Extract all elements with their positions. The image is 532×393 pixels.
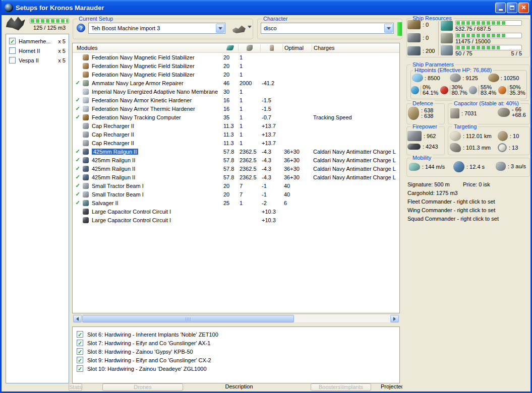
- implant-checkbox[interactable]: ✓: [77, 357, 83, 363]
- defence-values: : 638 : 638: [408, 107, 433, 120]
- eft-window: Setups for Kronos Marauder ✕ 125 / 125 m…: [0, 0, 532, 393]
- targeting-range: : 112.01 km: [463, 133, 492, 139]
- module-name: Federation Navy Armor Kinetic Hardener: [92, 97, 222, 103]
- title-bar[interactable]: Setups for Kronos Marauder ✕: [0, 0, 532, 15]
- implant-row[interactable]: ✓ Slot 9: Hardwiring - Eifyr and Co 'Gun…: [73, 356, 399, 364]
- implant-label: Slot 6: Hardwiring - Inherent Implants '…: [87, 332, 218, 338]
- module-row[interactable]: ✓ 425mm Railgun II 57.8 2362.5 -4.3 36+3…: [73, 147, 399, 156]
- powergrid-column-header[interactable]: [239, 44, 261, 51]
- module-row[interactable]: ✓ Federation Navy Tracking Computer 35 1…: [73, 113, 399, 121]
- mobility-label: Mobility: [411, 155, 433, 161]
- modules-horizontal-scrollbar[interactable]: [73, 314, 399, 323]
- hardpoint-value: : 0: [423, 22, 429, 28]
- hardpoint-value: : 0: [423, 35, 429, 41]
- module-cap-use: -4.3: [261, 149, 283, 155]
- import-ship-dropdown-icon[interactable]: [248, 28, 252, 34]
- charges-column-header[interactable]: Charges: [312, 44, 399, 51]
- resource-bar: [455, 33, 522, 38]
- scroll-left-button[interactable]: [73, 315, 82, 322]
- character-combobox-dropdown[interactable]: [384, 24, 393, 33]
- module-name: Federation Navy Magnetic Field Stabilize…: [92, 54, 222, 60]
- module-row[interactable]: ✓ Federation Navy Magnetic Field Stabili…: [73, 70, 399, 79]
- bottom-tab-button[interactable]: Boosters\Implants: [311, 383, 371, 391]
- module-row[interactable]: ✓ Large Capacitor Control Circuit I +10.…: [73, 207, 399, 216]
- module-charges: Caldari Navy Antimatter Charge L: [312, 174, 399, 180]
- module-row[interactable]: ✓ Cap Recharger II 11.3 1 +13.7: [73, 139, 399, 147]
- drone-list-item[interactable]: ✓ Hammerhe... x 5: [6, 36, 69, 46]
- module-row[interactable]: ✓ Salvager II 25 1 -2 6: [73, 199, 399, 207]
- setup-combobox-dropdown[interactable]: [216, 24, 224, 33]
- module-name: 425mm Railgun II: [92, 166, 222, 172]
- implant-checkbox[interactable]: ✓: [77, 331, 83, 338]
- align-time: : 12.4 s: [466, 164, 485, 170]
- drone-list[interactable]: ✓ Hammerhe... x 5 ✓ Hornet II x 5 ✓ Vesp…: [6, 34, 69, 383]
- implant-row[interactable]: ✓ Slot 7: Hardwiring - Eifyr and Co 'Gun…: [73, 339, 399, 347]
- fleet-commander-text[interactable]: Fleet Commander - right click to set: [407, 198, 531, 206]
- modules-column-header[interactable]: Modules: [73, 44, 222, 51]
- wing-commander-text[interactable]: Wing Commander - right click to set: [407, 206, 531, 215]
- resistance-cell: 30% 80.7%: [440, 85, 469, 96]
- module-row[interactable]: ✓ 425mm Railgun II 57.8 2362.5 -4.3 36+3…: [73, 173, 399, 181]
- module-icon: [83, 132, 89, 138]
- current-setup-label: Current Setup: [77, 16, 114, 22]
- drone-checkbox[interactable]: ✓: [9, 38, 16, 44]
- minimize-button[interactable]: [495, 3, 506, 13]
- help-icon[interactable]: ?: [77, 24, 85, 32]
- setup-combobox[interactable]: Teh Boost Machine import 3: [88, 23, 225, 34]
- implant-checkbox[interactable]: ✓: [77, 340, 83, 346]
- implant-checkbox[interactable]: ✓: [77, 348, 83, 355]
- modules-table-header[interactable]: Modules Optimal Charges: [73, 43, 399, 53]
- armor-resist-value: 80.7%: [452, 90, 467, 96]
- module-row[interactable]: ✓ Federation Navy Armor Thermic Hardener…: [73, 104, 399, 113]
- bottom-tab-bar: DronesDescriptionBoosters\ImplantsProjec…: [69, 383, 402, 391]
- drone-list-item[interactable]: ✓ Hornet II x 5: [6, 46, 69, 55]
- module-cap-use: -4.3: [261, 166, 283, 172]
- hitpoint-pool: : 10250: [488, 74, 526, 82]
- module-cap-use: -1: [261, 191, 283, 198]
- module-name: Salvager II: [92, 200, 222, 206]
- cpu-icon: [226, 45, 234, 50]
- capacitor-column-header[interactable]: [261, 44, 283, 51]
- module-row[interactable]: ✓ Federation Navy Magnetic Field Stabili…: [73, 61, 399, 70]
- implant-row[interactable]: ✓ Slot 8: Hardwiring - Zainou 'Gypsy' KP…: [73, 347, 399, 356]
- module-cap-use: -1.5: [261, 97, 283, 103]
- capacitor-delta-row: - 66 +68.6: [498, 107, 526, 118]
- module-row[interactable]: ✓ Small Tractor Beam I 20 7 -1 40: [73, 190, 399, 199]
- bottom-tab-button[interactable]: Description: [191, 383, 287, 391]
- module-row[interactable]: ✓ Ammatar Navy Large Armor Repairer 46 2…: [73, 79, 399, 87]
- module-row[interactable]: ✓ Large Capacitor Control Circuit I +10.…: [73, 216, 399, 224]
- module-row[interactable]: ✓ Small Tractor Beam I 20 7 -1 40: [73, 181, 399, 190]
- module-cpu: 16: [222, 106, 239, 112]
- module-row[interactable]: ✓ 425mm Railgun II 57.8 2362.5 -4.3 36+3…: [73, 164, 399, 173]
- optimal-column-header[interactable]: Optimal: [283, 44, 312, 51]
- bottom-tab-button[interactable]: Drones: [102, 383, 183, 391]
- bottom-tab-button[interactable]: Projected effects: [381, 383, 402, 391]
- squad-commander-text[interactable]: Squad Commander - right click to set: [407, 215, 531, 223]
- implant-row[interactable]: ✓ Slot 6: Hardwiring - Inherent Implants…: [73, 330, 399, 339]
- implant-row[interactable]: ✓ Slot 10: Hardwiring - Zainou 'Deadeye'…: [73, 364, 399, 373]
- module-icon: [83, 174, 89, 180]
- module-row[interactable]: ✓ Cap Recharger II 11.3 1 +13.7: [73, 130, 399, 139]
- drone-list-item[interactable]: ✓ Vespa II x 5: [6, 55, 69, 65]
- module-cpu: 57.8: [222, 149, 239, 155]
- scroll-right-button[interactable]: [390, 315, 399, 322]
- module-active-check-icon: ✓: [73, 182, 83, 189]
- module-row[interactable]: ✓ Federation Navy Magnetic Field Stabili…: [73, 53, 399, 61]
- bottom-tab-button[interactable]: Stats: [69, 383, 82, 391]
- firepower-volley-row: : 4243: [407, 144, 438, 150]
- targeting-range-icon: [450, 131, 461, 141]
- close-button[interactable]: ✕: [518, 3, 529, 13]
- module-row[interactable]: ✓ Cap Recharger II 11.3 1 +13.7: [73, 121, 399, 130]
- module-active-check-icon: ✓: [73, 140, 83, 146]
- drone-checkbox[interactable]: ✓: [9, 57, 16, 63]
- scrollbar-thumb[interactable]: [82, 315, 294, 322]
- drone-checkbox[interactable]: ✓: [9, 47, 16, 54]
- module-cap-use: +13.7: [261, 123, 283, 129]
- module-row[interactable]: ✓ 425mm Railgun II 57.8 2362.5 -4.3 36+3…: [73, 156, 399, 164]
- maximize-button[interactable]: [507, 3, 517, 13]
- module-row[interactable]: ✓ Imperial Navy Energized Adaptive Nano …: [73, 87, 399, 96]
- character-combobox[interactable]: disco: [261, 23, 394, 34]
- module-row[interactable]: ✓ Federation Navy Armor Kinetic Hardener…: [73, 96, 399, 104]
- cpu-column-header[interactable]: [222, 44, 239, 51]
- implant-checkbox[interactable]: ✓: [77, 365, 83, 372]
